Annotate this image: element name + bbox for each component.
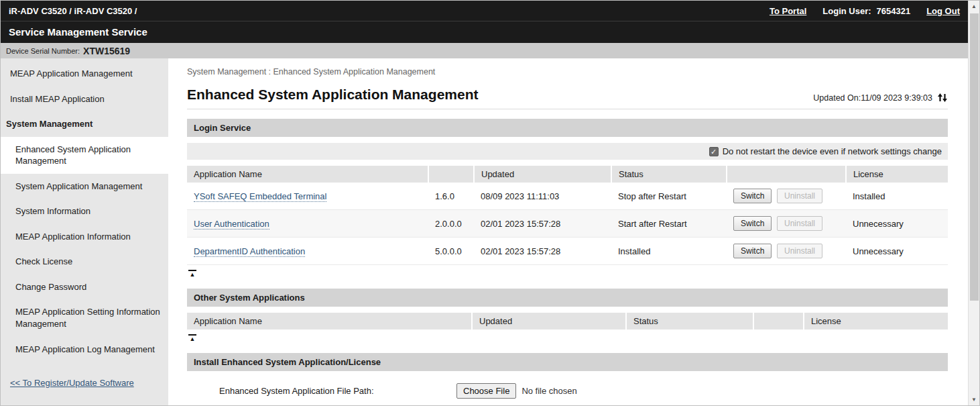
content: MEAP Application Management Install MEAP… [1, 58, 968, 405]
switch-button[interactable]: Switch [733, 189, 772, 203]
sidebar-item-meap-application-setting-information-management[interactable]: MEAP Application Setting Information Man… [1, 299, 168, 336]
sidebar-item-meap-application-information[interactable]: MEAP Application Information [1, 224, 168, 250]
app-license: Unnecessary [846, 238, 948, 265]
choose-file-button-application[interactable]: Choose File [456, 383, 516, 399]
app-file-path-label: Enhanced System Application File Path: [219, 386, 456, 396]
app-row-departmentid-authentication: DepartmentID Authentication 5.0.0.0 02/0… [187, 238, 948, 265]
register-update-software-link[interactable]: << To Register/Update Software [1, 378, 168, 388]
col-actions [727, 166, 846, 183]
main-content: System Management : Enhanced System Appl… [168, 58, 968, 405]
sidebar-item-meap-application-management[interactable]: MEAP Application Management [1, 61, 168, 87]
uninstall-button[interactable]: Uninstall [777, 216, 822, 231]
device-title: iR-ADV C3520 / iR-ADV C3520 / [9, 6, 137, 16]
app-updated: 02/01 2023 15:57:28 [474, 210, 611, 238]
serial-label: Device Serial Number: [6, 47, 80, 55]
sidebar-item-system-application-management[interactable]: System Application Management [1, 174, 168, 199]
col-status: Status [626, 313, 753, 329]
breadcrumb: System Management : Enhanced System Appl… [187, 67, 948, 77]
app-file-path-row: Enhanced System Application File Path: C… [219, 383, 948, 399]
sidebar-item-check-license[interactable]: Check License [1, 249, 168, 274]
updated-on: Updated On:11/09 2023 9:39:03 [813, 93, 948, 103]
app-name-link[interactable]: DepartmentID Authentication [194, 246, 305, 257]
sidebar-item-meap-application-log-management[interactable]: MEAP Application Log Management [1, 337, 168, 362]
scrollbar-down-icon[interactable]: ▼ [969, 397, 979, 403]
restart-checkbox[interactable]: ✓ [709, 147, 719, 156]
title-row: Enhanced System Application Management U… [187, 87, 948, 109]
top-bar: iR-ADV C3520 / iR-ADV C3520 / To Portal … [1, 1, 968, 21]
app-version: 1.6.0 [428, 183, 474, 210]
app-updated: 02/01 2023 15:57:28 [474, 238, 611, 265]
restart-checkbox-row: ✓ Do not restart the device even if netw… [187, 143, 948, 160]
app-name-link[interactable]: User Authentication [194, 219, 269, 230]
serial-bar: Device Serial Number: XTW15619 [1, 43, 968, 58]
col-application-name: Application Name [187, 166, 428, 183]
switch-button[interactable]: Switch [733, 244, 772, 258]
app-status: Start after Restart [611, 210, 727, 238]
other-apps-header-row: Application Name Updated Status License [187, 313, 948, 329]
app-status: Stop after Restart [611, 183, 727, 210]
app-license: Unnecessary [846, 210, 948, 238]
col-updated: Updated [474, 166, 611, 183]
app-updated: 08/09 2023 11:11:03 [474, 183, 611, 210]
no-file-chosen-text: No file chosen [522, 386, 576, 396]
other-system-applications-header: Other System Applications [187, 289, 948, 307]
sidebar-section-system-management: System Management [1, 111, 168, 137]
col-license: License [804, 313, 948, 329]
uninstall-button[interactable]: Uninstall [777, 189, 822, 203]
col-actions [753, 313, 804, 329]
col-status: Status [611, 166, 727, 183]
serial-value: XTW15619 [83, 46, 130, 56]
col-updated: Updated [472, 313, 626, 329]
to-portal-link[interactable]: To Portal [770, 6, 806, 16]
page-title: Enhanced System Application Management [187, 87, 478, 103]
page: iR-ADV C3520 / iR-ADV C3520 / To Portal … [1, 1, 968, 405]
vertical-scrollbar[interactable]: ▲ ▼ [968, 1, 979, 405]
scroll-to-top-icon[interactable]: ▲ [188, 332, 196, 344]
sidebar-item-enhanced-system-application-management[interactable]: Enhanced System Application Management [1, 137, 168, 174]
sidebar-item-install-meap-application[interactable]: Install MEAP Application [1, 87, 168, 112]
install-form: Enhanced System Application File Path: C… [187, 371, 948, 405]
app-row-user-authentication: User Authentication 2.0.0.0 02/01 2023 1… [187, 210, 948, 238]
scrollbar-up-icon[interactable]: ▲ [969, 3, 979, 9]
sidebar: MEAP Application Management Install MEAP… [1, 58, 168, 405]
login-service-section-header: Login Service [187, 119, 948, 137]
logout-link[interactable]: Log Out [926, 6, 960, 16]
app-row-ysoft-safeq: YSoft SAFEQ Embedded Terminal 1.6.0 08/0… [187, 183, 948, 210]
other-system-applications-table: Application Name Updated Status License [187, 313, 948, 329]
uninstall-button[interactable]: Uninstall [777, 244, 822, 258]
login-service-table: Application Name Updated Status License … [187, 166, 948, 265]
switch-button[interactable]: Switch [733, 216, 772, 231]
col-application-name: Application Name [187, 313, 472, 329]
app-status: Installed [611, 238, 727, 265]
service-title-bar: Service Management Service [1, 21, 968, 43]
col-license: License [846, 166, 948, 183]
app-version: 2.0.0.0 [428, 210, 474, 238]
updated-on-text: Updated On:11/09 2023 9:39:03 [813, 93, 932, 103]
scrollbar-thumb[interactable] [970, 13, 979, 301]
scroll-to-top-icon[interactable]: ▲ [188, 267, 196, 279]
refresh-icon[interactable] [937, 93, 948, 103]
login-service-header-row: Application Name Updated Status License [187, 166, 948, 183]
sidebar-item-change-password[interactable]: Change Password [1, 274, 168, 300]
restart-checkbox-label: Do not restart the device even if networ… [723, 146, 942, 156]
sidebar-item-system-information[interactable]: System Information [1, 199, 168, 224]
login-user: Login User: 7654321 [822, 6, 910, 16]
install-section-header: Install Enhanced System Application/Lice… [187, 353, 948, 371]
app-version: 5.0.0.0 [428, 238, 474, 265]
app-license: Installed [846, 183, 948, 210]
login-user-label: Login User: [822, 6, 871, 16]
app-name-link[interactable]: YSoft SAFEQ Embedded Terminal [194, 191, 326, 202]
login-user-value: 7654321 [877, 6, 911, 16]
col-version [428, 166, 474, 183]
